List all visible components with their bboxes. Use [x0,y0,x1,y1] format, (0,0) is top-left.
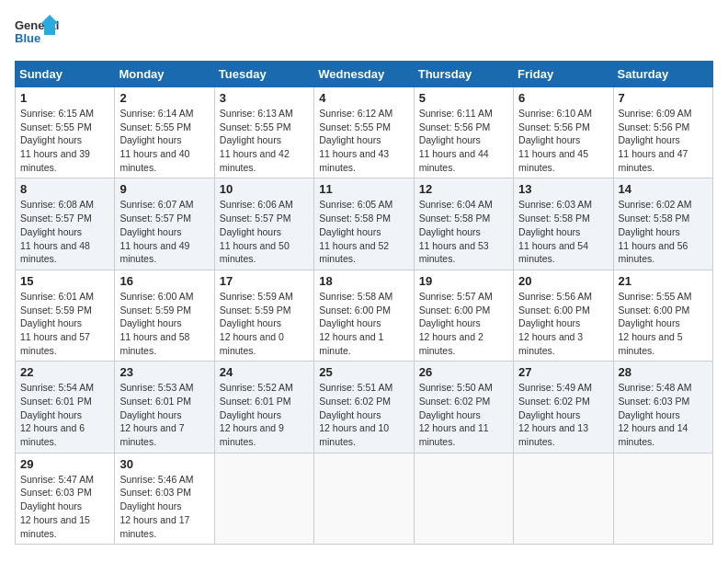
day-info: Sunrise: 6:00 AMSunset: 5:59 PMDaylight … [119,290,209,357]
day-cell: 24Sunrise: 5:52 AMSunset: 6:01 PMDayligh… [214,362,313,453]
day-cell: 9Sunrise: 6:07 AMSunset: 5:57 PMDaylight… [115,178,214,270]
day-info: Sunrise: 5:58 AMSunset: 6:00 PMDaylight … [319,290,408,357]
day-info: Sunrise: 5:56 AMSunset: 6:00 PMDaylight … [518,290,608,357]
day-number: 19 [419,274,508,288]
day-info: Sunrise: 6:11 AMSunset: 5:56 PMDaylight … [419,107,508,174]
day-number: 18 [319,274,408,288]
day-info: Sunrise: 6:09 AMSunset: 5:56 PMDaylight … [619,107,708,174]
day-number: 25 [319,365,408,379]
day-info: Sunrise: 5:55 AMSunset: 6:00 PMDaylight … [619,290,708,357]
day-cell: 21Sunrise: 5:55 AMSunset: 6:00 PMDayligh… [613,270,712,361]
day-info: Sunrise: 5:46 AMSunset: 6:03 PMDaylight … [119,473,209,540]
day-number: 28 [619,365,708,379]
weekday-header-wednesday: Wednesday [314,62,414,87]
day-cell: 23Sunrise: 5:53 AMSunset: 6:01 PMDayligh… [115,362,214,453]
day-info: Sunrise: 6:04 AMSunset: 5:58 PMDaylight … [419,198,508,265]
day-info: Sunrise: 5:48 AMSunset: 6:03 PMDaylight … [619,381,708,448]
day-number: 15 [20,274,109,288]
day-cell [214,453,313,544]
day-cell: 19Sunrise: 5:57 AMSunset: 6:00 PMDayligh… [414,270,513,361]
day-cell: 10Sunrise: 6:06 AMSunset: 5:57 PMDayligh… [214,178,313,270]
day-info: Sunrise: 5:57 AMSunset: 6:00 PMDaylight … [419,290,508,357]
weekday-header-friday: Friday [514,62,613,87]
logo-svg: General Blue [15,15,61,52]
weekday-header-monday: Monday [115,62,214,87]
day-cell: 2Sunrise: 6:14 AMSunset: 5:55 PMDaylight… [115,87,214,178]
day-number: 5 [419,91,508,105]
day-cell: 13Sunrise: 6:03 AMSunset: 5:58 PMDayligh… [514,178,613,270]
day-info: Sunrise: 5:52 AMSunset: 6:01 PMDaylight … [220,381,309,448]
day-cell [314,453,414,544]
day-info: Sunrise: 6:12 AMSunset: 5:55 PMDaylight … [319,107,408,174]
day-info: Sunrise: 6:01 AMSunset: 5:59 PMDaylight … [20,290,109,357]
day-number: 3 [220,91,309,105]
day-number: 6 [518,91,608,105]
day-cell: 1Sunrise: 6:15 AMSunset: 5:55 PMDaylight… [16,87,115,178]
logo: General Blue [15,15,61,52]
day-info: Sunrise: 6:08 AMSunset: 5:57 PMDaylight … [20,198,109,265]
weekday-header-tuesday: Tuesday [214,62,313,87]
day-cell: 6Sunrise: 6:10 AMSunset: 5:56 PMDaylight… [514,87,613,178]
day-info: Sunrise: 6:13 AMSunset: 5:55 PMDaylight … [220,107,309,174]
day-info: Sunrise: 6:10 AMSunset: 5:56 PMDaylight … [518,107,608,174]
day-info: Sunrise: 6:05 AMSunset: 5:58 PMDaylight … [319,198,408,265]
day-number: 1 [20,91,109,105]
day-cell: 3Sunrise: 6:13 AMSunset: 5:55 PMDaylight… [214,87,313,178]
week-row-5: 29Sunrise: 5:47 AMSunset: 6:03 PMDayligh… [16,453,713,544]
day-info: Sunrise: 5:49 AMSunset: 6:02 PMDaylight … [518,381,608,448]
day-number: 22 [20,365,109,379]
day-info: Sunrise: 6:03 AMSunset: 5:58 PMDaylight … [518,198,608,265]
weekday-header-sunday: Sunday [16,62,115,87]
calendar-body: 1Sunrise: 6:15 AMSunset: 5:55 PMDaylight… [16,87,713,545]
calendar-table: SundayMondayTuesdayWednesdayThursdayFrid… [15,61,713,545]
day-number: 8 [20,182,109,196]
day-cell: 29Sunrise: 5:47 AMSunset: 6:03 PMDayligh… [16,453,115,544]
day-number: 17 [220,274,309,288]
day-number: 10 [220,182,309,196]
day-info: Sunrise: 5:50 AMSunset: 6:02 PMDaylight … [419,381,508,448]
day-number: 16 [119,274,209,288]
day-cell: 30Sunrise: 5:46 AMSunset: 6:03 PMDayligh… [115,453,214,544]
day-cell [414,453,513,544]
day-cell [613,453,712,544]
week-row-3: 15Sunrise: 6:01 AMSunset: 5:59 PMDayligh… [16,270,713,361]
day-number: 20 [518,274,608,288]
day-cell: 12Sunrise: 6:04 AMSunset: 5:58 PMDayligh… [414,178,513,270]
day-cell: 14Sunrise: 6:02 AMSunset: 5:58 PMDayligh… [613,178,712,270]
day-info: Sunrise: 5:47 AMSunset: 6:03 PMDaylight … [20,473,109,540]
day-number: 29 [20,457,109,471]
day-number: 14 [619,182,708,196]
day-cell: 7Sunrise: 6:09 AMSunset: 5:56 PMDaylight… [613,87,712,178]
day-number: 30 [119,457,209,471]
day-cell [514,453,613,544]
day-number: 12 [419,182,508,196]
day-cell: 4Sunrise: 6:12 AMSunset: 5:55 PMDaylight… [314,87,414,178]
day-cell: 18Sunrise: 5:58 AMSunset: 6:00 PMDayligh… [314,270,414,361]
weekday-header-thursday: Thursday [414,62,513,87]
day-cell: 26Sunrise: 5:50 AMSunset: 6:02 PMDayligh… [414,362,513,453]
weekday-header-row: SundayMondayTuesdayWednesdayThursdayFrid… [16,62,713,87]
day-number: 9 [119,182,209,196]
day-number: 13 [518,182,608,196]
day-cell: 11Sunrise: 6:05 AMSunset: 5:58 PMDayligh… [314,178,414,270]
week-row-2: 8Sunrise: 6:08 AMSunset: 5:57 PMDaylight… [16,178,713,270]
day-info: Sunrise: 5:53 AMSunset: 6:01 PMDaylight … [119,381,209,448]
day-cell: 28Sunrise: 5:48 AMSunset: 6:03 PMDayligh… [613,362,712,453]
day-number: 27 [518,365,608,379]
day-info: Sunrise: 6:14 AMSunset: 5:55 PMDaylight … [119,107,209,174]
day-cell: 5Sunrise: 6:11 AMSunset: 5:56 PMDaylight… [414,87,513,178]
day-number: 4 [319,91,408,105]
day-number: 7 [619,91,708,105]
week-row-4: 22Sunrise: 5:54 AMSunset: 6:01 PMDayligh… [16,362,713,453]
day-cell: 15Sunrise: 6:01 AMSunset: 5:59 PMDayligh… [16,270,115,361]
day-number: 2 [119,91,209,105]
day-cell: 25Sunrise: 5:51 AMSunset: 6:02 PMDayligh… [314,362,414,453]
day-info: Sunrise: 6:06 AMSunset: 5:57 PMDaylight … [220,198,309,265]
day-number: 11 [319,182,408,196]
day-info: Sunrise: 6:07 AMSunset: 5:57 PMDaylight … [119,198,209,265]
day-cell: 8Sunrise: 6:08 AMSunset: 5:57 PMDaylight… [16,178,115,270]
day-cell: 17Sunrise: 5:59 AMSunset: 5:59 PMDayligh… [214,270,313,361]
header: General Blue [15,15,713,52]
week-row-1: 1Sunrise: 6:15 AMSunset: 5:55 PMDaylight… [16,87,713,178]
day-info: Sunrise: 6:15 AMSunset: 5:55 PMDaylight … [20,107,109,174]
